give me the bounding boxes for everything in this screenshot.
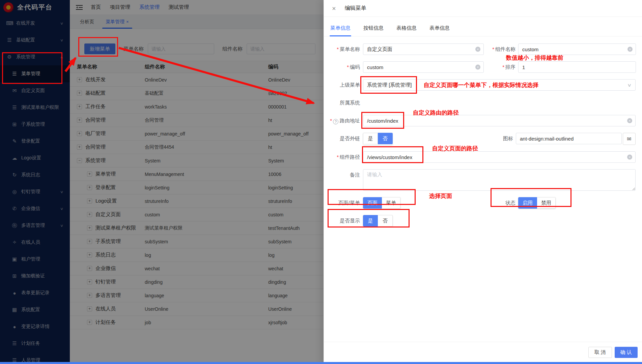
drawer-title: 编辑菜单 (345, 5, 366, 12)
question-icon: ? (333, 119, 338, 124)
drawer-tab[interactable]: 菜单信息 (330, 25, 351, 36)
comp-name-label: *组件名称 (484, 43, 515, 55)
clear-icon[interactable]: × (627, 118, 632, 123)
drawer-footer: 取 消 确 认 (324, 342, 642, 362)
external-no-option[interactable]: 否 (378, 133, 393, 144)
status-label: 状态 (484, 197, 515, 209)
icon-picker-button[interactable]: ✉ (623, 133, 636, 145)
sort-input[interactable]: 1 (518, 61, 636, 73)
icon-label: 图标 (481, 133, 513, 145)
edit-menu-drawer: × 编辑菜单 菜单信息 按钮信息 表格信息 表单信息 *菜单名称 自定义页面 ×… (324, 0, 642, 364)
menu-name-label: *菜单名称 (331, 43, 360, 55)
drawer-header: × 编辑菜单 (324, 0, 642, 17)
clear-icon[interactable]: × (627, 47, 633, 52)
remark-textarea[interactable] (363, 169, 636, 191)
external-link-label: 是否外链 (331, 133, 360, 145)
sort-label: *排序 (484, 61, 515, 73)
route-label: *?路由地址 (319, 115, 360, 126)
chevron-down-icon: ∨ (627, 83, 632, 88)
status-toggle: 启用 禁用 (518, 197, 556, 209)
code-input[interactable]: custom × (363, 61, 484, 73)
drawer-tab[interactable]: 表格信息 (396, 25, 417, 36)
external-yes-option[interactable]: 是 (363, 133, 378, 144)
system-label: 所属系统 (331, 97, 360, 109)
disable-option[interactable]: 禁用 (537, 197, 556, 209)
visible-no-option[interactable]: 否 (378, 215, 393, 226)
clear-icon[interactable]: × (475, 47, 480, 52)
enable-option[interactable]: 启用 (518, 197, 537, 209)
page-menu-label: 页面/菜单 (331, 197, 360, 209)
visible-yes-option[interactable]: 是 (363, 215, 378, 226)
clear-icon[interactable]: × (627, 155, 632, 160)
comp-path-label: *组件路径 (331, 151, 360, 163)
visible-label: 是否显示 (331, 215, 360, 226)
remark-label: 备注 (331, 169, 360, 191)
close-icon[interactable]: × (332, 5, 336, 12)
comp-path-input[interactable]: /views/custom/index × (363, 151, 636, 163)
confirm-button[interactable]: 确 认 (615, 347, 638, 358)
icon-input[interactable]: ant-design:mail-outlined (516, 133, 622, 144)
parent-menu-select[interactable]: 系统管理 [系统管理] ∨ (363, 79, 636, 91)
drawer-tab[interactable]: 按钮信息 (363, 25, 384, 36)
parent-menu-label: 上级菜单 (331, 79, 360, 91)
menu-name-input[interactable]: 自定义页面 × (363, 43, 484, 55)
code-label: *编码 (331, 61, 360, 73)
external-link-toggle: 是 否 (363, 133, 393, 145)
drawer-tab[interactable]: 表单信息 (429, 25, 450, 36)
comp-name-input[interactable]: custom × (518, 43, 636, 55)
visible-toggle: 是 否 (363, 215, 393, 226)
cancel-button[interactable]: 取 消 (588, 347, 612, 358)
mail-icon: ✉ (627, 136, 631, 142)
page-menu-toggle: 页面 菜单 (363, 197, 400, 209)
menu-info-form: *菜单名称 自定义页面 × *组件名称 custom × *编码 custom (324, 36, 642, 226)
drawer-mask[interactable] (0, 0, 324, 364)
menu-option[interactable]: 菜单 (382, 197, 400, 209)
bottom-edge-strip (0, 362, 642, 364)
page-option[interactable]: 页面 (363, 197, 382, 209)
clear-icon[interactable]: × (475, 65, 480, 70)
drawer-tabs: 菜单信息 按钮信息 表格信息 表单信息 (324, 17, 642, 36)
route-input[interactable]: /custom/index × (363, 115, 636, 126)
